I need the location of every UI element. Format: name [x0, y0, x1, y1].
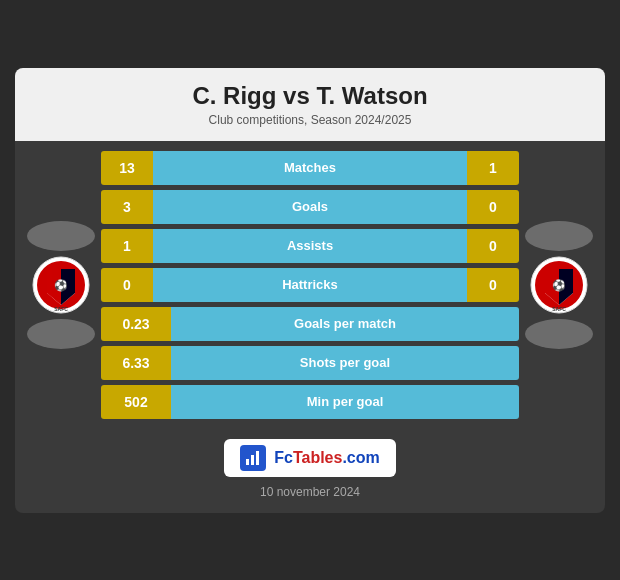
- svg-text:SAFC: SAFC: [552, 306, 566, 312]
- fctables-icon: [240, 445, 266, 471]
- svg-rect-10: [251, 455, 254, 465]
- svg-rect-11: [256, 451, 259, 465]
- stat-label-hattricks: Hattricks: [153, 268, 467, 302]
- svg-text:⚽: ⚽: [552, 278, 566, 292]
- stats-area: ⚽ SAFC 13 Matches 1 3 Goals 0 1 Assists: [15, 141, 605, 429]
- right-oval-decoration: [525, 221, 593, 251]
- fctables-text-end: .com: [342, 449, 379, 466]
- right-club-badge: ⚽ SAFC: [529, 255, 589, 315]
- stat-label-assists: Assists: [153, 229, 467, 263]
- right-badge-area: ⚽ SAFC: [525, 221, 593, 349]
- fctables-watermark[interactable]: FcTables.com: [224, 439, 396, 477]
- stat-row-assists: 1 Assists 0: [101, 229, 519, 263]
- stat-val-goals-per-match: 0.23: [101, 307, 171, 341]
- page-title: C. Rigg vs T. Watson: [35, 82, 585, 110]
- stat-left-matches: 13: [101, 151, 153, 185]
- stat-row-goals-per-match: 0.23 Goals per match: [101, 307, 519, 341]
- stat-label-goals: Goals: [153, 190, 467, 224]
- stat-right-matches: 1: [467, 151, 519, 185]
- stat-row-min-per-goal: 502 Min per goal: [101, 385, 519, 419]
- stat-right-hattricks: 0: [467, 268, 519, 302]
- left-oval-decoration: [27, 221, 95, 251]
- left-oval-decoration-2: [27, 319, 95, 349]
- stat-row-hattricks: 0 Hattricks 0: [101, 268, 519, 302]
- stats-rows: 13 Matches 1 3 Goals 0 1 Assists 0 0 Hat…: [101, 151, 519, 419]
- stat-row-goals: 3 Goals 0: [101, 190, 519, 224]
- stat-left-hattricks: 0: [101, 268, 153, 302]
- stat-row-matches: 13 Matches 1: [101, 151, 519, 185]
- footer-date: 10 november 2024: [260, 485, 360, 499]
- fctables-text-blue: Fc: [274, 449, 293, 466]
- svg-rect-2: [47, 269, 52, 305]
- comparison-card: C. Rigg vs T. Watson Club competitions, …: [15, 68, 605, 513]
- stat-label-min-per-goal: Min per goal: [171, 385, 519, 419]
- svg-rect-9: [246, 459, 249, 465]
- stat-left-goals: 3: [101, 190, 153, 224]
- left-badge-area: ⚽ SAFC: [27, 221, 95, 349]
- stat-row-shots-per-goal: 6.33 Shots per goal: [101, 346, 519, 380]
- stat-left-assists: 1: [101, 229, 153, 263]
- svg-text:SAFC: SAFC: [54, 306, 68, 312]
- stat-label-shots-per-goal: Shots per goal: [171, 346, 519, 380]
- fctables-text: FcTables.com: [274, 449, 380, 467]
- stat-val-shots-per-goal: 6.33: [101, 346, 171, 380]
- fctables-text-red: Tables: [293, 449, 343, 466]
- page-subtitle: Club competitions, Season 2024/2025: [35, 113, 585, 127]
- bottom-section: FcTables.com 10 november 2024: [15, 429, 605, 513]
- right-oval-decoration-2: [525, 319, 593, 349]
- header-section: C. Rigg vs T. Watson Club competitions, …: [15, 68, 605, 141]
- stat-label-goals-per-match: Goals per match: [171, 307, 519, 341]
- stat-label-matches: Matches: [153, 151, 467, 185]
- stat-right-goals: 0: [467, 190, 519, 224]
- stat-right-assists: 0: [467, 229, 519, 263]
- svg-text:⚽: ⚽: [54, 278, 68, 292]
- stat-val-min-per-goal: 502: [101, 385, 171, 419]
- left-club-badge: ⚽ SAFC: [31, 255, 91, 315]
